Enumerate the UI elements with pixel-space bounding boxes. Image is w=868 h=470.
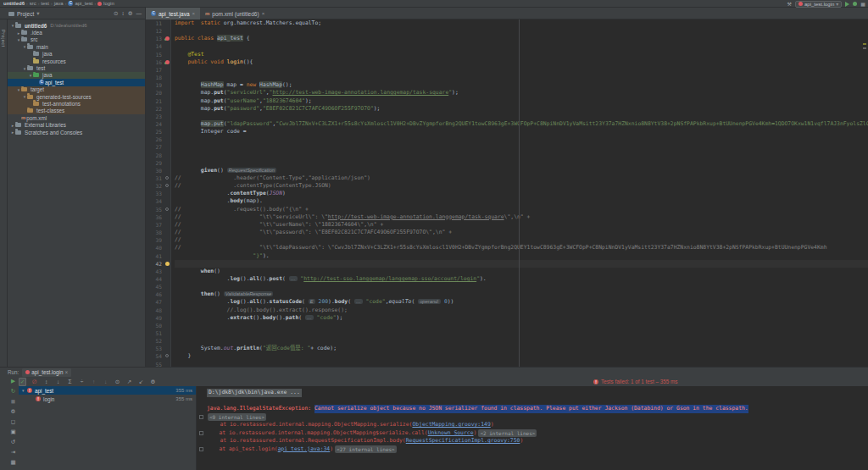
fold-gutter-icon[interactable]: [165, 184, 169, 187]
tree-item-java[interactable]: ▾java: [8, 72, 145, 79]
editor-code-area[interactable]: import static org.hamcrest.Matchers.equa…: [175, 19, 868, 367]
code-line[interactable]: //: [175, 236, 868, 244]
stack-frame-link[interactable]: RequestSpecificationImpl.groovy:750: [406, 437, 520, 445]
sort-by-duration-icon[interactable]: ↓: [54, 379, 62, 384]
tool-strip-project-label[interactable]: Project: [1, 30, 6, 47]
tree-item-main[interactable]: ▾main: [8, 43, 145, 50]
code-line[interactable]: [175, 74, 868, 81]
code-line[interactable]: // .contentType(ContentType.JSON): [175, 182, 868, 190]
editor-tab[interactable]: mpom.xml (untitled6)×: [200, 8, 270, 19]
code-line[interactable]: System.out.println("返回code值是: "+ code);: [175, 345, 868, 352]
close-icon[interactable]: ×: [262, 11, 265, 16]
layout-icon[interactable]: ▦: [9, 459, 17, 466]
sort-alphabetically-icon[interactable]: ↕: [42, 379, 50, 384]
coverage-icon[interactable]: ▦: [860, 1, 865, 7]
code-line[interactable]: map.put("userName","18823674604");: [175, 97, 868, 105]
code-line[interactable]: HashMap map = new HashMap();: [175, 81, 868, 89]
next-failed-test-icon[interactable]: ↓: [102, 379, 109, 384]
run-console[interactable]: D:\jdk8\jdk\bin\java.exe ...java.lang.Il…: [196, 386, 868, 470]
code-line[interactable]: [175, 135, 868, 143]
code-line[interactable]: then() ValidatableResponse: [175, 290, 868, 298]
console-fold-icon[interactable]: [199, 447, 203, 451]
run-button[interactable]: [845, 2, 849, 7]
show-passed-icon[interactable]: ✓: [19, 378, 26, 386]
code-line[interactable]: .body(map).: [175, 197, 868, 205]
code-line[interactable]: [175, 260, 868, 268]
tree-item-scratches-and-consoles[interactable]: ▸Scratches and Consoles: [8, 129, 145, 135]
import-test-results-icon[interactable]: ↙: [137, 379, 145, 385]
previous-failed-test-icon[interactable]: ↑: [90, 379, 97, 384]
code-line[interactable]: public void login(){: [175, 58, 868, 66]
code-line[interactable]: .log().all().post( … "http://test-sso.la…: [175, 275, 868, 283]
code-line[interactable]: [175, 143, 868, 151]
code-line[interactable]: [175, 337, 868, 345]
close-icon[interactable]: ×: [192, 11, 196, 16]
rerun-failed-tests-icon[interactable]: ↻: [9, 388, 17, 395]
tree-item-test-annotations[interactable]: test-annotations: [8, 100, 145, 107]
settings-icon[interactable]: ⚙: [128, 10, 133, 17]
code-line[interactable]: map.put("serviceUrl","http://test-web-im…: [175, 89, 868, 97]
run-test-gutter-icon[interactable]: [165, 36, 170, 41]
fold-gutter-icon[interactable]: [165, 207, 169, 211]
tree-item-src[interactable]: ▾src: [8, 36, 145, 43]
tree-item-test-classes[interactable]: test-classes: [8, 108, 145, 114]
console-fold-icon[interactable]: [199, 431, 203, 435]
tree-item-test[interactable]: ▾test: [8, 64, 145, 71]
tree-item-api-test[interactable]: Capi_test: [8, 79, 145, 86]
code-line[interactable]: [175, 322, 868, 329]
tree-item-generated-test-sources[interactable]: ▾generated-test-sources: [8, 93, 145, 100]
url-link[interactable]: http://test-sso.langgemap/langgemap-sso/…: [303, 275, 476, 282]
code-line[interactable]: [175, 42, 868, 50]
tree-item-external-libraries[interactable]: ▸External Libraries: [8, 121, 145, 128]
test-row-login[interactable]: !login355 ms: [19, 395, 196, 403]
code-line[interactable]: // "\t\"password\": \"E8EF02C821C7C7AFC4…: [175, 229, 868, 236]
code-line[interactable]: [175, 283, 868, 290]
fold-gutter-icon[interactable]: [165, 176, 169, 180]
search-icon[interactable]: ⊙: [114, 379, 121, 385]
tree-item--idea[interactable]: ▸.idea: [8, 29, 145, 36]
code-line[interactable]: .contentType(JSON): [175, 190, 868, 197]
stack-frame-link[interactable]: ObjectMapping.groovy:149: [412, 421, 490, 429]
tree-item-untitled6[interactable]: ▾untitled6D:\idea\untitled6: [8, 22, 145, 29]
code-line[interactable]: map.put("ldapPassword","CwvJbl7ZNxV+C3LZ…: [175, 120, 868, 128]
code-line[interactable]: .log().all().statusCode( E 200).body( … …: [175, 298, 868, 306]
internal-lines-chip[interactable]: <27 internal lines>: [335, 445, 397, 454]
expand-collapse-icon[interactable]: ↕: [121, 10, 124, 17]
breadcrumb-item[interactable]: api_test: [75, 1, 92, 6]
breadcrumb-item[interactable]: login: [103, 1, 114, 6]
internal-lines-chip[interactable]: <9 internal lines>: [208, 413, 266, 422]
tree-item-java[interactable]: java: [8, 51, 145, 58]
intention-bulb-icon[interactable]: [165, 262, 170, 266]
jump-to-source-icon[interactable]: ⇥: [9, 449, 17, 456]
breadcrumb-item[interactable]: java: [54, 1, 64, 6]
code-line[interactable]: [175, 113, 868, 120]
code-line[interactable]: .extract().body().path( … "code");: [175, 314, 868, 322]
wrench-icon[interactable]: ⚙: [9, 408, 17, 415]
close-icon[interactable]: ×: [64, 369, 68, 375]
code-line[interactable]: given() RequestSpecification: [175, 167, 868, 174]
locate-file-icon[interactable]: ⊙: [114, 10, 118, 17]
rerun-icon[interactable]: ▶: [9, 378, 17, 384]
editor-tab[interactable]: Capi_test.java×: [146, 8, 200, 19]
project-panel-header[interactable]: Project ▾ ⊙↕⚙—: [0, 8, 146, 19]
test-row-api_test[interactable]: ▾!api_test355 ms: [19, 386, 196, 395]
breadcrumb-item[interactable]: untitled6: [3, 1, 25, 6]
code-line[interactable]: @Test: [175, 51, 868, 58]
fold-gutter-icon[interactable]: [165, 354, 169, 357]
test-settings-icon[interactable]: ⚙: [149, 379, 157, 385]
code-line[interactable]: when(): [175, 268, 868, 275]
run-tab[interactable]: api_test.login ×: [22, 368, 71, 377]
restore-layout-icon[interactable]: ↺: [9, 439, 17, 445]
code-line[interactable]: // .request().body("{\n" +: [175, 206, 868, 213]
code-line[interactable]: //.log().body().extract().response();: [175, 307, 868, 314]
expand-all-icon[interactable]: Σ: [66, 379, 74, 384]
code-line[interactable]: [175, 329, 868, 337]
stack-frame-link[interactable]: Unknown Source: [428, 429, 474, 438]
code-line[interactable]: // "\t\"serviceUrl\": \"http://test-web-…: [175, 213, 868, 221]
code-line[interactable]: [175, 27, 868, 35]
run-configuration-select[interactable]: api_test.login ▾: [795, 1, 842, 8]
code-line[interactable]: [175, 66, 868, 74]
code-line[interactable]: Integer code =: [175, 128, 868, 135]
code-line[interactable]: [175, 361, 868, 367]
code-line[interactable]: // "\t\"ldapPassword\": \"CwvJbl7ZNxV+C3…: [175, 244, 868, 252]
